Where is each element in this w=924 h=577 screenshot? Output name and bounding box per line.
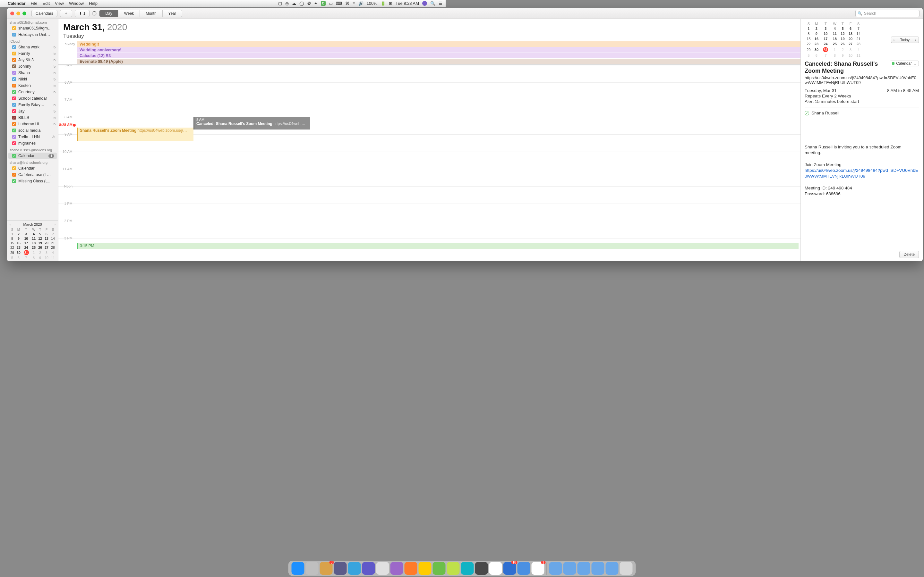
checkbox-icon[interactable]: ✓ xyxy=(12,179,16,183)
cal-day[interactable]: 20 xyxy=(43,241,50,245)
calendar-item[interactable]: ✓Lutheran Hi…⟲ xyxy=(7,121,58,127)
time-grid[interactable]: 5 AM6 AM7 AM8 AM9 AM10 AM11 AMNoon1 PM2 … xyxy=(58,65,446,261)
allday-event[interactable]: Wedding anniversary! xyxy=(77,47,446,53)
menubar-clock[interactable]: Tue 8:28 AM xyxy=(396,1,419,6)
calendar-item[interactable]: ✓Shana⟲ xyxy=(7,69,58,76)
checkbox-icon[interactable]: ✓ xyxy=(12,97,16,100)
keyboard-icon[interactable]: ⌨ xyxy=(336,1,342,6)
allday-event[interactable]: Calculus (12) R3 xyxy=(77,53,446,58)
calendar-item[interactable]: ✓Family⟲ xyxy=(7,50,58,57)
cal-day[interactable]: 2 xyxy=(37,250,43,255)
volume-icon[interactable]: 🔊 xyxy=(359,1,363,6)
close-button[interactable] xyxy=(10,11,14,15)
view-day[interactable]: Day xyxy=(99,10,118,17)
cal-day[interactable]: 23 xyxy=(15,245,22,250)
search-icon[interactable]: 🔍 xyxy=(430,1,435,6)
cal-day[interactable]: 6 xyxy=(43,232,50,236)
cal-day[interactable]: 4 xyxy=(50,250,56,255)
cal-day[interactable]: 7 xyxy=(22,255,31,260)
cal-day[interactable]: 22 xyxy=(9,245,15,250)
calendar-item[interactable]: ✓Family Bday…⟲ xyxy=(7,102,58,108)
cal-day[interactable]: 25 xyxy=(31,245,37,250)
app-menu[interactable]: Calendar xyxy=(8,1,26,6)
calendar-item[interactable]: ✓Calendar xyxy=(7,165,58,171)
cal-day[interactable]: 3 xyxy=(43,250,50,255)
cal-day[interactable]: 3 xyxy=(22,232,31,236)
bluetooth-icon[interactable]: ⌘ xyxy=(345,1,349,6)
minimize-button[interactable] xyxy=(16,11,20,15)
calendar-item[interactable]: ✓Jay⟲ xyxy=(7,108,58,114)
cal-day[interactable]: 5 xyxy=(9,255,15,260)
calendar-item[interactable]: ✓Cafeteria use (L… xyxy=(7,171,58,178)
calendar-item[interactable]: ✓Nikki⟲ xyxy=(7,76,58,82)
cal-day[interactable]: 1 xyxy=(31,250,37,255)
view-year[interactable]: Year xyxy=(163,10,182,17)
cloud-icon[interactable]: ☁ xyxy=(292,1,296,6)
checkbox-icon[interactable]: ✓ xyxy=(12,103,16,107)
zoom-button[interactable] xyxy=(23,11,26,15)
spotlight-icon[interactable] xyxy=(422,1,427,6)
calendar-item[interactable]: ✓Calendar1 xyxy=(8,153,57,159)
cal-day[interactable]: 16 xyxy=(15,241,22,245)
calendar-item[interactable]: ✓Shana work⟲ xyxy=(7,44,58,50)
calendar-item[interactable]: ✓shana0515@gm… xyxy=(7,25,58,31)
checkbox-icon[interactable]: ✓ xyxy=(12,129,16,132)
airplay-icon[interactable]: ▭ xyxy=(329,1,333,6)
menu-help[interactable]: Help xyxy=(89,1,97,6)
cal-day[interactable]: 11 xyxy=(50,255,56,260)
checkbox-icon[interactable]: ✓ xyxy=(12,71,16,75)
checkbox-icon[interactable]: ✓ xyxy=(12,26,16,30)
cal-day[interactable]: 11 xyxy=(31,236,37,241)
battery-icon[interactable]: 🔋 xyxy=(381,1,386,6)
calendar-item[interactable]: ✓Trello - LHN⚠ xyxy=(7,134,58,140)
app-icon[interactable]: ❂ xyxy=(307,1,311,6)
cal-day[interactable]: 10 xyxy=(43,255,50,260)
cal-day[interactable]: 21 xyxy=(50,241,56,245)
cal-day[interactable]: 7 xyxy=(50,232,56,236)
calendar-item[interactable]: ✓Missing Class (L… xyxy=(7,178,58,184)
checkbox-icon[interactable]: ✓ xyxy=(12,58,16,62)
calendar-item[interactable]: ✓social media xyxy=(7,127,58,134)
checkbox-icon[interactable]: ✓ xyxy=(12,173,16,177)
allday-event[interactable]: Wedding!! xyxy=(77,41,446,47)
calendar-item[interactable]: ✓BILLS⟲ xyxy=(7,114,58,121)
inbox-button[interactable]: ⬇ 1 xyxy=(75,10,90,17)
checkbox-icon[interactable]: ✓ xyxy=(12,122,16,126)
cal-day[interactable]: 12 xyxy=(37,236,43,241)
facetime-icon[interactable]: ▢ xyxy=(278,1,282,6)
calendars-button[interactable]: Calendars xyxy=(31,10,57,17)
cal-day[interactable]: 26 xyxy=(37,245,43,250)
calendar-item[interactable]: ✓Holidays in Unit… xyxy=(7,31,58,38)
cal-day[interactable]: 18 xyxy=(31,241,37,245)
cal-day[interactable]: 6 xyxy=(15,255,22,260)
list-icon[interactable]: ☰ xyxy=(439,1,443,6)
menu-view[interactable]: View xyxy=(55,1,64,6)
minical-prev[interactable]: ‹ xyxy=(10,222,11,226)
cal-day[interactable]: 8 xyxy=(31,255,37,260)
cal-day[interactable]: 17 xyxy=(22,241,31,245)
minical-next[interactable]: › xyxy=(54,222,55,226)
calendar-item[interactable]: ✓migraines xyxy=(7,140,58,147)
cal-day[interactable]: 27 xyxy=(43,245,50,250)
calendar-item[interactable]: ✓Kristen⟲ xyxy=(7,82,58,89)
checkbox-icon[interactable]: ✓ xyxy=(12,90,16,94)
calendar-item[interactable]: ✓School calendar xyxy=(7,95,58,102)
cal-day[interactable]: 29 xyxy=(9,250,15,255)
checkbox-icon[interactable]: ✓ xyxy=(12,45,16,49)
cal-day[interactable]: 2 xyxy=(15,232,22,236)
cal-day[interactable]: 8 xyxy=(9,236,15,241)
checkbox-icon[interactable]: ✓ xyxy=(12,166,16,170)
cal-day[interactable]: 28 xyxy=(50,245,56,250)
timed-event[interactable]: 8 AMCanceled: Shana Russell's Zoom Meeti… xyxy=(194,117,310,129)
cal-day[interactable]: 31 xyxy=(22,250,31,255)
control-icon[interactable]: ⊞ xyxy=(389,1,393,6)
puzzle-icon[interactable]: ✦ xyxy=(314,1,318,6)
checkbox-icon[interactable]: ✓ xyxy=(12,84,16,87)
checkbox-icon[interactable]: ✓ xyxy=(12,77,16,81)
checkbox-icon[interactable]: ✓ xyxy=(12,64,16,68)
cal-day[interactable]: 14 xyxy=(50,236,56,241)
checkbox-icon[interactable]: ✓ xyxy=(12,154,16,158)
menu-edit[interactable]: Edit xyxy=(43,1,50,6)
timed-event[interactable]: Shana Russell's Zoom Meeting https://us0… xyxy=(77,127,194,141)
checkbox-icon[interactable]: ✓ xyxy=(12,109,16,113)
